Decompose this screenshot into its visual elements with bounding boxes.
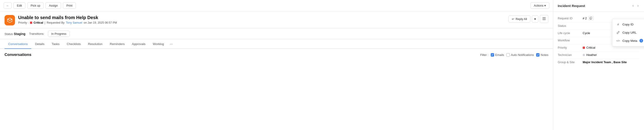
list-view-icon bbox=[542, 17, 546, 20]
tab-reminders[interactable]: Reminders bbox=[106, 40, 128, 49]
right-panel: Incident Request ‹ › Request ID # 2 bbox=[553, 0, 644, 130]
actions-button[interactable]: Actions ▾ bbox=[530, 2, 549, 9]
filter-label: Filter : bbox=[480, 53, 488, 56]
filter-notes: Notes bbox=[536, 53, 548, 56]
reply-icon: ↩ bbox=[512, 17, 514, 21]
status-staging: Status Staging bbox=[4, 32, 26, 36]
view-toggle-button[interactable] bbox=[540, 15, 548, 23]
pickup-button[interactable]: Pick up bbox=[27, 2, 44, 9]
priority-text: Critical bbox=[586, 46, 596, 49]
technician-row: Technician Heather bbox=[558, 51, 640, 59]
request-date: on Jan 19, 2025 06:57 PM bbox=[84, 21, 117, 24]
group-site-row: Group & Site Major Incident Team , Base … bbox=[558, 59, 640, 66]
incident-info: Unable to send mails from Help Desk Prio… bbox=[18, 15, 505, 24]
request-id-value: # 2 bbox=[583, 16, 594, 20]
reply-dropdown-button[interactable]: ▾ bbox=[532, 16, 538, 22]
tab-checklists[interactable]: Checklists bbox=[63, 40, 84, 49]
reply-all-button[interactable]: ↩ Reply All bbox=[508, 16, 530, 22]
emails-label: Emails bbox=[495, 53, 504, 56]
tab-details[interactable]: Details bbox=[31, 40, 48, 49]
tab-more[interactable]: ··· bbox=[168, 39, 175, 49]
svg-rect-1 bbox=[542, 18, 546, 19]
conversations-title: Conversations bbox=[4, 52, 31, 57]
tab-approvals[interactable]: Approvals bbox=[128, 40, 149, 49]
panel-navigation: ‹ › bbox=[632, 3, 640, 8]
incident-icon bbox=[4, 15, 15, 26]
tabs: Conversations Details Tasks Checklists R… bbox=[0, 39, 553, 49]
lifecycle-text: Cycle bbox=[583, 31, 590, 35]
status-label: Status bbox=[4, 32, 13, 36]
tab-resolution[interactable]: Resolution bbox=[84, 40, 106, 49]
panel-prev-button[interactable]: ‹ bbox=[632, 3, 634, 8]
incident-meta: Priority : Critical | Requested By Tony … bbox=[18, 21, 505, 24]
back-icon: ← bbox=[6, 4, 9, 7]
priority-label: Priority : bbox=[18, 21, 28, 24]
priority-value: Critical bbox=[34, 21, 43, 24]
toolbar: ← Edit Pick up Assign Print Actions ▾ bbox=[0, 0, 553, 11]
separator: | bbox=[44, 21, 45, 24]
tab-tasks[interactable]: Tasks bbox=[48, 40, 63, 49]
copy-id-item[interactable]: # Copy ID bbox=[612, 20, 644, 28]
workflow-label: Workflow bbox=[558, 39, 583, 42]
technician-status-dot bbox=[583, 54, 585, 56]
notes-label: Notes bbox=[541, 53, 548, 56]
requested-by-prefix: Requested By bbox=[46, 21, 64, 24]
incident-icon-svg bbox=[7, 17, 13, 23]
group-site-label: Group & Site bbox=[558, 60, 583, 64]
incident-title: Unable to send mails from Help Desk bbox=[18, 15, 505, 20]
info-badge[interactable]: i bbox=[640, 39, 643, 42]
priority-info-label: Priority bbox=[558, 46, 583, 49]
svg-rect-0 bbox=[542, 17, 546, 18]
auto-notifications-label: Auto Notifications bbox=[511, 53, 534, 56]
copy-id-icon-button[interactable] bbox=[588, 16, 594, 20]
status-value: Staging bbox=[14, 32, 26, 36]
copy-id-label: Copy ID bbox=[622, 23, 634, 26]
lifecycle-value: Cycle bbox=[583, 31, 590, 35]
svg-rect-4 bbox=[590, 17, 592, 19]
transitions-label: Transitions: bbox=[29, 32, 44, 36]
technician-name: Heather bbox=[586, 53, 597, 56]
tab-worklog[interactable]: Worklog bbox=[149, 40, 168, 49]
copy-url-item[interactable]: Copy URL bbox=[612, 28, 644, 36]
filter-emails: Emails bbox=[491, 53, 504, 56]
priority-info-value: Critical bbox=[583, 46, 596, 49]
svg-rect-2 bbox=[542, 20, 546, 20]
technician-value: Heather bbox=[583, 53, 597, 56]
filter-auto-notifications: Auto Notifications bbox=[506, 53, 534, 56]
panel-header: Incident Request ‹ › bbox=[553, 0, 644, 12]
incident-header: Unable to send mails from Help Desk Prio… bbox=[0, 11, 553, 28]
technician-label: Technician bbox=[558, 53, 583, 56]
back-button[interactable]: ← bbox=[4, 2, 12, 9]
filter-bar: Filter : Emails Auto Notifications bbox=[480, 53, 548, 56]
chevron-down-icon: ▾ bbox=[534, 17, 536, 21]
notes-checkbox[interactable] bbox=[536, 53, 540, 56]
reply-all-label: Reply All bbox=[516, 17, 527, 21]
conversations-section: Conversations Filter : Emails Auto Notif… bbox=[0, 49, 553, 130]
lifecycle-label: Life cycle bbox=[558, 31, 583, 35]
check-icon bbox=[491, 54, 494, 56]
print-button[interactable]: Print bbox=[63, 2, 76, 9]
copy-dropdown: # Copy ID Copy URL </> Copy Meta i bbox=[612, 19, 644, 46]
link-svg-icon bbox=[616, 31, 620, 34]
link-icon bbox=[616, 30, 620, 34]
hash-icon: # bbox=[616, 22, 620, 26]
assign-button[interactable]: Assign bbox=[46, 2, 61, 9]
edit-button[interactable]: Edit bbox=[14, 2, 25, 9]
request-id-label: Request ID bbox=[558, 16, 583, 20]
reply-actions: ↩ Reply All ▾ bbox=[508, 15, 548, 23]
requester-link[interactable]: Tony Samuel bbox=[66, 21, 82, 24]
priority-dot bbox=[30, 22, 32, 24]
group-site-value: Major Incident Team , Base Site bbox=[583, 60, 627, 64]
in-progress-button[interactable]: In Progress bbox=[48, 31, 70, 37]
panel-title: Incident Request bbox=[558, 4, 585, 8]
copy-url-label: Copy URL bbox=[622, 31, 636, 34]
check-icon-notes bbox=[537, 54, 539, 56]
copy-meta-item[interactable]: </> Copy Meta i bbox=[612, 36, 644, 45]
emails-checkbox[interactable] bbox=[491, 53, 494, 56]
actions-label: Actions ▾ bbox=[534, 4, 546, 7]
panel-next-button[interactable]: › bbox=[636, 3, 640, 8]
conversations-header: Conversations Filter : Emails Auto Notif… bbox=[4, 52, 548, 57]
auto-notifications-checkbox[interactable] bbox=[506, 53, 510, 56]
tab-conversations[interactable]: Conversations bbox=[4, 40, 31, 49]
code-icon: </> bbox=[616, 39, 620, 43]
